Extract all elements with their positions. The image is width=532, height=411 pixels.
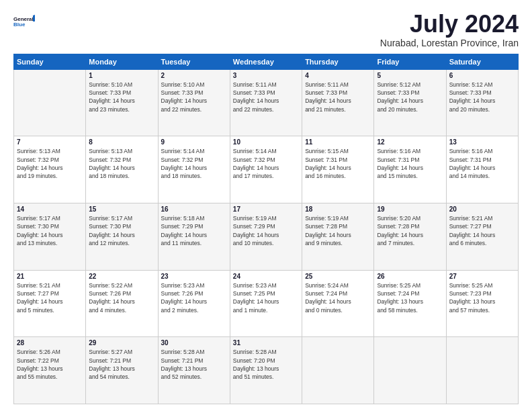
table-cell: 27Sunrise: 5:25 AMSunset: 7:23 PMDayligh…	[446, 270, 518, 337]
table-cell: 19Sunrise: 5:20 AMSunset: 7:28 PMDayligh…	[374, 203, 446, 270]
day-info: Sunrise: 5:25 AMSunset: 7:24 PMDaylight:…	[377, 281, 443, 314]
day-info: Sunrise: 5:10 AMSunset: 7:33 PMDaylight:…	[89, 81, 154, 113]
day-info: Sunrise: 5:26 AMSunset: 7:22 PMDaylight:…	[17, 348, 83, 381]
day-info: Sunrise: 5:21 AMSunset: 7:27 PMDaylight:…	[449, 214, 515, 247]
table-cell: 21Sunrise: 5:21 AMSunset: 7:27 PMDayligh…	[14, 270, 86, 337]
main-title: July 2024	[380, 11, 519, 38]
title-block: July 2024 Nurabad, Lorestan Province, Ir…	[380, 11, 519, 48]
table-cell: 7Sunrise: 5:13 AMSunset: 7:32 PMDaylight…	[14, 136, 86, 203]
table-cell: 2Sunrise: 5:10 AMSunset: 7:33 PMDaylight…	[158, 69, 230, 136]
day-info: Sunrise: 5:19 AMSunset: 7:29 PMDaylight:…	[233, 214, 299, 247]
day-number: 2	[161, 72, 227, 79]
col-friday: Friday	[374, 54, 446, 69]
table-cell: 24Sunrise: 5:23 AMSunset: 7:25 PMDayligh…	[230, 270, 302, 337]
svg-text:Blue: Blue	[13, 21, 26, 28]
table-cell: 22Sunrise: 5:22 AMSunset: 7:26 PMDayligh…	[86, 270, 158, 337]
day-info: Sunrise: 5:11 AMSunset: 7:33 PMDaylight:…	[305, 81, 371, 113]
day-number: 21	[17, 273, 83, 280]
table-cell: 26Sunrise: 5:25 AMSunset: 7:24 PMDayligh…	[374, 270, 446, 337]
table-cell: 15Sunrise: 5:17 AMSunset: 7:30 PMDayligh…	[86, 203, 158, 270]
day-number: 9	[161, 138, 227, 146]
day-info: Sunrise: 5:24 AMSunset: 7:24 PMDaylight:…	[305, 281, 371, 314]
day-info: Sunrise: 5:20 AMSunset: 7:28 PMDaylight:…	[377, 214, 443, 247]
table-cell	[14, 69, 86, 136]
calendar-table: Sunday Monday Tuesday Wednesday Thursday…	[13, 54, 519, 404]
day-number: 3	[233, 72, 299, 79]
table-cell: 14Sunrise: 5:17 AMSunset: 7:30 PMDayligh…	[14, 203, 86, 270]
day-number: 22	[89, 273, 154, 280]
day-number: 10	[233, 138, 299, 146]
week-row-1: 1Sunrise: 5:10 AMSunset: 7:33 PMDaylight…	[14, 69, 519, 136]
day-info: Sunrise: 5:23 AMSunset: 7:25 PMDaylight:…	[233, 281, 299, 314]
day-info: Sunrise: 5:18 AMSunset: 7:29 PMDaylight:…	[161, 214, 227, 247]
day-info: Sunrise: 5:16 AMSunset: 7:31 PMDaylight:…	[449, 147, 515, 180]
day-number: 20	[449, 205, 515, 213]
day-number: 14	[17, 205, 83, 213]
col-saturday: Saturday	[446, 54, 518, 69]
day-info: Sunrise: 5:16 AMSunset: 7:31 PMDaylight:…	[377, 147, 443, 180]
table-cell: 1Sunrise: 5:10 AMSunset: 7:33 PMDaylight…	[86, 69, 158, 136]
table-cell: 16Sunrise: 5:18 AMSunset: 7:29 PMDayligh…	[158, 203, 230, 270]
logo: General Blue	[13, 11, 35, 32]
header-row: Sunday Monday Tuesday Wednesday Thursday…	[14, 54, 519, 69]
week-row-3: 14Sunrise: 5:17 AMSunset: 7:30 PMDayligh…	[14, 203, 519, 270]
logo-svg: General Blue	[13, 11, 35, 32]
table-cell: 28Sunrise: 5:26 AMSunset: 7:22 PMDayligh…	[14, 337, 86, 404]
day-info: Sunrise: 5:11 AMSunset: 7:33 PMDaylight:…	[233, 81, 299, 113]
day-info: Sunrise: 5:23 AMSunset: 7:26 PMDaylight:…	[161, 281, 227, 314]
day-info: Sunrise: 5:28 AMSunset: 7:21 PMDaylight:…	[161, 348, 227, 381]
day-number: 25	[305, 273, 371, 280]
table-cell: 6Sunrise: 5:12 AMSunset: 7:33 PMDaylight…	[446, 69, 518, 136]
table-cell: 9Sunrise: 5:14 AMSunset: 7:32 PMDaylight…	[158, 136, 230, 203]
week-row-4: 21Sunrise: 5:21 AMSunset: 7:27 PMDayligh…	[14, 270, 519, 337]
day-info: Sunrise: 5:14 AMSunset: 7:32 PMDaylight:…	[233, 147, 299, 180]
day-number: 6	[449, 72, 515, 79]
day-info: Sunrise: 5:17 AMSunset: 7:30 PMDaylight:…	[17, 214, 83, 247]
table-cell: 20Sunrise: 5:21 AMSunset: 7:27 PMDayligh…	[446, 203, 518, 270]
table-cell: 10Sunrise: 5:14 AMSunset: 7:32 PMDayligh…	[230, 136, 302, 203]
day-info: Sunrise: 5:12 AMSunset: 7:33 PMDaylight:…	[377, 81, 443, 113]
day-number: 26	[377, 273, 443, 280]
day-number: 17	[233, 205, 299, 213]
day-number: 28	[17, 339, 83, 347]
day-info: Sunrise: 5:21 AMSunset: 7:27 PMDaylight:…	[17, 281, 83, 314]
day-info: Sunrise: 5:14 AMSunset: 7:32 PMDaylight:…	[161, 147, 227, 180]
day-number: 11	[305, 138, 371, 146]
col-thursday: Thursday	[302, 54, 374, 69]
week-row-2: 7Sunrise: 5:13 AMSunset: 7:32 PMDaylight…	[14, 136, 519, 203]
day-info: Sunrise: 5:12 AMSunset: 7:33 PMDaylight:…	[449, 81, 515, 113]
table-cell: 31Sunrise: 5:28 AMSunset: 7:20 PMDayligh…	[230, 337, 302, 404]
day-number: 30	[161, 339, 227, 347]
day-number: 16	[161, 205, 227, 213]
day-number: 24	[233, 273, 299, 280]
col-tuesday: Tuesday	[158, 54, 230, 69]
svg-marker-2	[33, 15, 35, 21]
table-cell: 13Sunrise: 5:16 AMSunset: 7:31 PMDayligh…	[446, 136, 518, 203]
day-info: Sunrise: 5:25 AMSunset: 7:23 PMDaylight:…	[449, 281, 515, 314]
day-number: 29	[89, 339, 154, 347]
subtitle: Nurabad, Lorestan Province, Iran	[380, 38, 519, 48]
table-cell: 25Sunrise: 5:24 AMSunset: 7:24 PMDayligh…	[302, 270, 374, 337]
day-number: 8	[89, 138, 154, 146]
table-cell: 8Sunrise: 5:13 AMSunset: 7:32 PMDaylight…	[86, 136, 158, 203]
day-info: Sunrise: 5:13 AMSunset: 7:32 PMDaylight:…	[89, 147, 154, 180]
day-number: 7	[17, 138, 83, 146]
table-cell	[374, 337, 446, 404]
day-info: Sunrise: 5:15 AMSunset: 7:31 PMDaylight:…	[305, 147, 371, 180]
table-cell: 12Sunrise: 5:16 AMSunset: 7:31 PMDayligh…	[374, 136, 446, 203]
col-sunday: Sunday	[14, 54, 86, 69]
day-info: Sunrise: 5:13 AMSunset: 7:32 PMDaylight:…	[17, 147, 83, 180]
day-info: Sunrise: 5:19 AMSunset: 7:28 PMDaylight:…	[305, 214, 371, 247]
day-number: 5	[377, 72, 443, 79]
col-monday: Monday	[86, 54, 158, 69]
col-wednesday: Wednesday	[230, 54, 302, 69]
day-number: 19	[377, 205, 443, 213]
table-cell: 23Sunrise: 5:23 AMSunset: 7:26 PMDayligh…	[158, 270, 230, 337]
table-cell	[446, 337, 518, 404]
day-info: Sunrise: 5:10 AMSunset: 7:33 PMDaylight:…	[161, 81, 227, 113]
day-number: 23	[161, 273, 227, 280]
day-info: Sunrise: 5:22 AMSunset: 7:26 PMDaylight:…	[89, 281, 154, 314]
header: General Blue July 2024 Nurabad, Lorestan…	[13, 11, 519, 48]
day-number: 13	[449, 138, 515, 146]
day-number: 27	[449, 273, 515, 280]
